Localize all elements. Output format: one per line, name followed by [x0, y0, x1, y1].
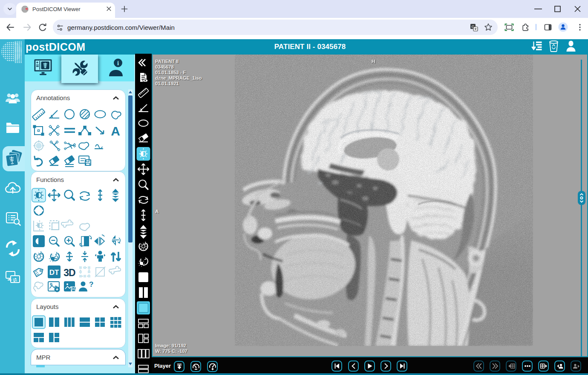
svg-text:DT: DT [49, 268, 59, 277]
svg-text:A: A [111, 124, 120, 138]
svg-text:i: i [117, 60, 119, 66]
svg-text:3D: 3D [63, 267, 75, 278]
svg-text:?: ? [89, 280, 93, 288]
